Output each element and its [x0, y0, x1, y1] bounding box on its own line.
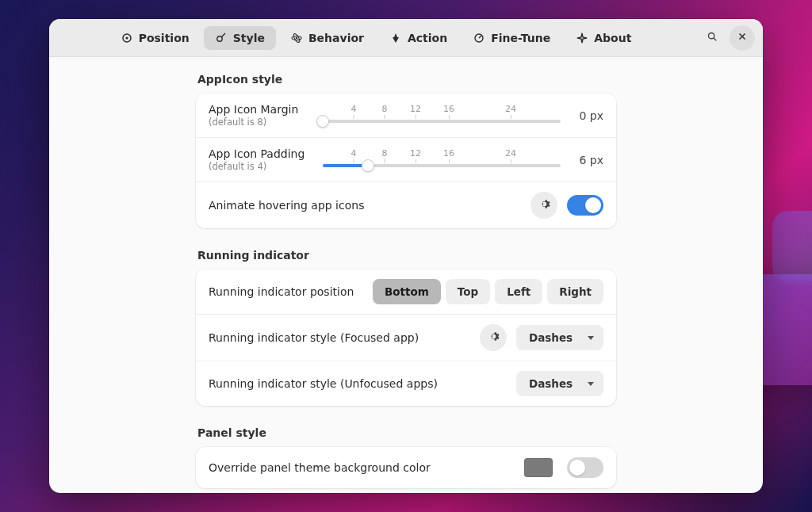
tick: 16: [443, 148, 454, 163]
svg-point-5: [296, 36, 297, 38]
row-title: Running indicator style (Unfocused apps): [209, 377, 438, 390]
tick: 4: [351, 148, 357, 163]
tick: 12: [410, 148, 421, 163]
dropdown-unfocused-style[interactable]: Dashes: [516, 371, 603, 396]
toggle-knob: [569, 460, 585, 476]
group-appicon-style: AppIcon style App Icon Margin (default i…: [196, 73, 616, 228]
slider-value-label: 0 px: [572, 109, 603, 122]
tick: 4: [351, 104, 357, 119]
segment-left[interactable]: Left: [495, 279, 542, 304]
wallpaper-decoration: [772, 211, 812, 282]
row-app-icon-margin: App Icon Margin (default is 8) 4 8 12 16…: [196, 94, 616, 138]
slider-thumb[interactable]: [316, 115, 329, 128]
slider-value-label: 6 px: [572, 154, 603, 166]
tab-label: About: [594, 32, 631, 44]
tick: 12: [410, 104, 421, 119]
tab-finetune[interactable]: Fine-Tune: [462, 26, 561, 50]
settings-button-animate-hover[interactable]: [530, 192, 557, 219]
search-icon: [707, 30, 718, 45]
row-title: App Icon Margin: [209, 103, 312, 116]
slider-track: [323, 120, 561, 123]
toggle-knob: [585, 197, 601, 213]
slider-app-icon-margin[interactable]: 4 8 12 16 24: [323, 104, 561, 128]
card: Running indicator position Bottom Top Le…: [196, 269, 616, 406]
sparkle-icon: [576, 32, 588, 44]
group-title: AppIcon style: [196, 73, 616, 86]
tab-behavior[interactable]: Behavior: [279, 26, 375, 50]
tick: 24: [505, 104, 516, 119]
row-app-icon-padding: App Icon Padding (default is 4) 4 8 12 1…: [196, 138, 616, 182]
headerbar: Position Style Behavior: [49, 19, 763, 57]
tab-style[interactable]: Style: [204, 26, 276, 50]
tab-position[interactable]: Position: [109, 26, 201, 50]
dropdown-focused-style[interactable]: Dashes: [516, 325, 603, 350]
group-panel-style: Panel style Override panel theme backgro…: [196, 426, 616, 488]
row-title: Override panel theme background color: [209, 461, 431, 474]
group-title: Running indicator: [196, 249, 616, 262]
group-running-indicator: Running indicator Running indicator posi…: [196, 249, 616, 406]
dial-icon: [473, 32, 485, 44]
row-override-bg-color: Override panel theme background color: [196, 447, 616, 488]
card: App Icon Margin (default is 8) 4 8 12 16…: [196, 94, 616, 228]
row-animate-hover: Animate hovering app icons: [196, 182, 616, 228]
tab-action[interactable]: Action: [378, 26, 458, 50]
toggle-animate-hover[interactable]: [567, 195, 603, 216]
row-running-style-focused: Running indicator style (Focused app) Da…: [196, 315, 616, 361]
settings-button-focused-style[interactable]: [480, 324, 507, 351]
row-title: Animate hovering app icons: [209, 199, 364, 212]
row-running-position: Running indicator position Bottom Top Le…: [196, 269, 616, 315]
content-scroll[interactable]: AppIcon style App Icon Margin (default i…: [49, 57, 763, 493]
row-subtitle: (default is 4): [209, 161, 312, 172]
tick: 8: [382, 148, 388, 163]
group-title: Panel style: [196, 426, 616, 439]
desktop-background: Position Style Behavior: [0, 0, 812, 512]
row-subtitle: (default is 8): [209, 117, 312, 128]
preferences-window: Position Style Behavior: [49, 19, 763, 493]
row-text: App Icon Margin (default is 8): [209, 103, 312, 128]
tab-label: Style: [233, 32, 265, 44]
gear-icon: [488, 331, 500, 346]
row-title: App Icon Padding: [209, 147, 312, 160]
slider-app-icon-padding[interactable]: 4 8 12 16 24: [323, 148, 561, 172]
close-icon: [737, 30, 748, 45]
tick: 24: [505, 148, 516, 163]
slider-thumb[interactable]: [362, 159, 374, 172]
tick: 16: [443, 104, 454, 119]
segment-bottom[interactable]: Bottom: [373, 279, 441, 304]
segment-right[interactable]: Right: [547, 279, 603, 304]
row-title: Running indicator style (Focused app): [209, 331, 419, 344]
search-button[interactable]: [699, 25, 725, 51]
row-title: Running indicator position: [209, 285, 354, 298]
toggle-override-bg[interactable]: [567, 457, 603, 478]
segment-top[interactable]: Top: [446, 279, 490, 304]
segmented-running-position: Bottom Top Left Right: [373, 279, 603, 304]
svg-point-7: [708, 32, 714, 38]
tab-label: Behavior: [308, 32, 364, 44]
target-icon: [121, 32, 133, 44]
tab-about[interactable]: About: [565, 26, 642, 50]
atom-icon: [290, 32, 303, 44]
brush-icon: [215, 32, 228, 44]
close-button[interactable]: [730, 25, 755, 51]
tab-label: Fine-Tune: [491, 32, 550, 44]
view-switcher: Position Style Behavior: [57, 26, 695, 50]
tab-label: Position: [139, 32, 190, 44]
card: Override panel theme background color: [196, 447, 616, 488]
dropdown-value: Dashes: [529, 331, 573, 344]
pin-icon: [389, 32, 402, 44]
tick: 8: [382, 104, 388, 119]
svg-point-1: [125, 36, 128, 39]
color-swatch[interactable]: [524, 458, 553, 477]
dropdown-value: Dashes: [529, 377, 573, 390]
chevron-down-icon: [588, 336, 594, 340]
tab-label: Action: [408, 32, 447, 44]
chevron-down-icon: [588, 382, 594, 386]
gear-icon: [538, 198, 550, 213]
row-running-style-unfocused: Running indicator style (Unfocused apps)…: [196, 361, 616, 406]
row-text: App Icon Padding (default is 4): [209, 147, 312, 172]
